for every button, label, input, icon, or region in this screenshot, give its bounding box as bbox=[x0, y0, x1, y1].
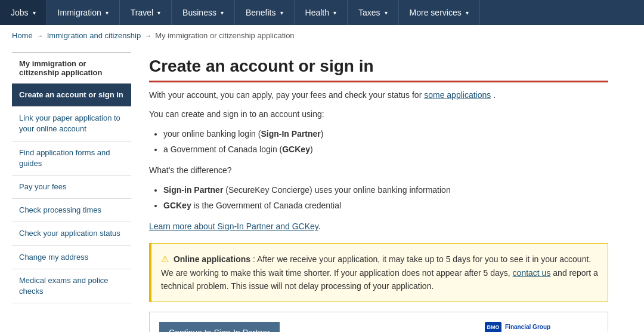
sidebar-item-medical-exams[interactable]: Medical exams and police checks bbox=[12, 269, 131, 303]
intro-paragraph-2: You can create and sign in to an account… bbox=[149, 107, 608, 121]
some-applications-link[interactable]: some applications bbox=[424, 90, 491, 100]
bmo-label: Financial Group bbox=[505, 324, 550, 330]
bank-logo-bmo: BMO Financial Group bbox=[485, 322, 598, 332]
bmo-icon: BMO bbox=[485, 322, 501, 332]
breadcrumb-arrow-1: → bbox=[36, 32, 44, 40]
breadcrumb-immigration[interactable]: Immigration and citizenship bbox=[47, 31, 141, 40]
chevron-travel: ▾ bbox=[157, 10, 160, 16]
contact-us-link[interactable]: contact us bbox=[513, 268, 551, 278]
nav-travel[interactable]: Travel ▾ bbox=[120, 0, 172, 25]
intro-paragraph-1: With your account, you can apply, pay yo… bbox=[149, 88, 608, 102]
page-title: Create an account or sign in bbox=[149, 57, 608, 82]
chevron-benefits: ▾ bbox=[280, 10, 283, 16]
chevron-immigration: ▾ bbox=[106, 10, 109, 16]
main-content: Create an account or sign in With your a… bbox=[149, 52, 608, 332]
sidebar-item-find-forms[interactable]: Find application forms and guides bbox=[12, 142, 131, 176]
signin-section: Continue to Sign-In Partner Use the same… bbox=[149, 312, 608, 332]
main-container: My immigration orcitizenship application… bbox=[0, 46, 620, 332]
sidebar-item-create-account[interactable]: Create an account or sign in bbox=[12, 84, 131, 107]
account-options-list: your online banking login (Sign-In Partn… bbox=[163, 127, 608, 157]
nav-jobs[interactable]: Jobs ▾ bbox=[0, 0, 47, 25]
signin-bank-logos: BMO Financial Group RBC Banking that fit… bbox=[485, 322, 598, 332]
list-item-banking: your online banking login (Sign-In Partn… bbox=[163, 127, 608, 142]
diff-item-gckey: GCKey is the Government of Canada creden… bbox=[163, 199, 608, 213]
top-navigation: Jobs ▾ Immigration ▾ Travel ▾ Business ▾… bbox=[0, 0, 644, 25]
chevron-health: ▾ bbox=[333, 10, 336, 16]
sidebar-item-change-address[interactable]: Change my address bbox=[12, 246, 131, 269]
chevron-taxes: ▾ bbox=[385, 10, 388, 16]
breadcrumb-current: My immigration or citizenship applicatio… bbox=[155, 31, 294, 40]
nav-health[interactable]: Health ▾ bbox=[295, 0, 348, 25]
difference-list: Sign-in Partner (SecureKey Concierge) us… bbox=[163, 183, 608, 213]
breadcrumb: Home → Immigration and citizenship → My … bbox=[0, 25, 644, 46]
learn-more-link[interactable]: Learn more about Sign-In Partner and GCK… bbox=[149, 222, 318, 231]
sidebar-item-check-status[interactable]: Check your application status bbox=[12, 222, 131, 245]
list-item-gckey: a Government of Canada login (GCKey) bbox=[163, 143, 608, 157]
breadcrumb-arrow-2: → bbox=[144, 32, 151, 40]
chevron-more-services: ▾ bbox=[466, 10, 469, 16]
sidebar-title: My immigration orcitizenship application bbox=[12, 52, 131, 84]
warning-box: ⚠ Online applications : After we receive… bbox=[149, 243, 608, 302]
signin-left: Continue to Sign-In Partner Use the same… bbox=[159, 322, 473, 332]
chevron-jobs: ▾ bbox=[33, 10, 36, 16]
breadcrumb-home[interactable]: Home bbox=[12, 31, 33, 40]
nav-more-services[interactable]: More services ▾ bbox=[399, 0, 480, 25]
continue-signin-partner-button[interactable]: Continue to Sign-In Partner bbox=[159, 322, 280, 332]
diff-item-signin-partner: Sign-in Partner (SecureKey Concierge) us… bbox=[163, 183, 608, 198]
sidebar: My immigration orcitizenship application… bbox=[12, 52, 131, 332]
nav-business[interactable]: Business ▾ bbox=[172, 0, 235, 25]
sidebar-item-link-paper[interactable]: Link your paper application to your onli… bbox=[12, 107, 131, 141]
whats-difference: What's the difference? bbox=[149, 164, 608, 177]
nav-immigration[interactable]: Immigration ▾ bbox=[47, 0, 120, 25]
learn-more-link-paragraph: Learn more about Sign-In Partner and GCK… bbox=[149, 220, 608, 233]
sidebar-item-pay-fees[interactable]: Pay your fees bbox=[12, 176, 131, 199]
chevron-business: ▾ bbox=[221, 10, 224, 16]
sidebar-item-check-processing[interactable]: Check processing times bbox=[12, 199, 131, 222]
nav-benefits[interactable]: Benefits ▾ bbox=[235, 0, 295, 25]
nav-taxes[interactable]: Taxes ▾ bbox=[348, 0, 399, 25]
warning-icon: ⚠ bbox=[161, 254, 169, 264]
